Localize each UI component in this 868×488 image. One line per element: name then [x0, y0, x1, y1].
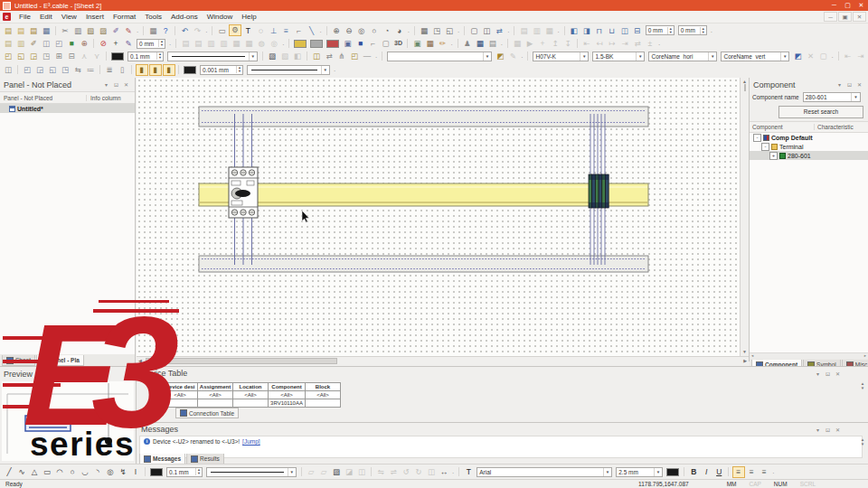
- balloon-a-icon[interactable]: ◰: [22, 64, 33, 75]
- text-color-swatch[interactable]: [666, 468, 679, 476]
- column-header[interactable]: Location: [233, 382, 269, 391]
- align-center-v-icon[interactable]: ⊟: [631, 25, 643, 36]
- column-header[interactable]: Device desi: [163, 382, 198, 391]
- mdi-close-button[interactable]: ✕: [853, 12, 866, 22]
- format-painter-icon[interactable]: ✐: [110, 25, 122, 36]
- pen-icon[interactable]: ✎: [123, 38, 135, 49]
- frame-1-icon[interactable]: ▤: [180, 38, 192, 49]
- zoom-selection-icon[interactable]: ◕: [393, 25, 405, 36]
- balloon-c-icon[interactable]: ◱: [47, 64, 59, 75]
- rotate-ccw-icon[interactable]: ↺: [401, 466, 412, 477]
- pin-place3-icon[interactable]: ◲: [28, 51, 40, 61]
- text-tool-icon[interactable]: T: [242, 25, 254, 36]
- chevron-down-icon[interactable]: ▼: [249, 52, 257, 61]
- tree-item-comp-default[interactable]: -Comp Default: [750, 133, 868, 142]
- pin-names-icon[interactable]: ⊟: [66, 51, 78, 61]
- fill-icon[interactable]: ◧: [292, 51, 304, 61]
- forbid-icon[interactable]: ⊘: [98, 38, 109, 49]
- red-layer-swatch[interactable]: [326, 40, 339, 48]
- paste-special-icon[interactable]: ▨: [98, 25, 109, 36]
- scroll-down-icon[interactable]: ▼: [861, 442, 864, 446]
- place-group-icon[interactable]: ◰: [53, 38, 65, 49]
- frame-3-icon[interactable]: ▥: [205, 38, 217, 49]
- bottom-wire-duct[interactable]: [199, 256, 648, 272]
- close-button[interactable]: ✕: [854, 2, 868, 9]
- dock-close-button[interactable]: ✕: [121, 81, 131, 88]
- copy-icon[interactable]: ▥: [72, 25, 84, 36]
- spinner-buttons[interactable]: ▲▼: [156, 52, 163, 60]
- scroll-right-icon[interactable]: ▶: [741, 358, 749, 363]
- scroll-left-icon[interactable]: ◂: [751, 353, 753, 359]
- split-window-icon[interactable]: ◫: [481, 25, 493, 36]
- jump-prev-icon[interactable]: ↤: [593, 38, 605, 49]
- junction-icon[interactable]: ⋔: [336, 51, 348, 61]
- draw-polygon-icon[interactable]: △: [29, 466, 41, 477]
- layer-list-icon[interactable]: ▥: [531, 25, 542, 36]
- text-align-left-icon[interactable]: ≡: [732, 466, 745, 478]
- signal-edit-icon[interactable]: ✎: [507, 51, 519, 61]
- table-edit-icon[interactable]: ▦: [424, 38, 436, 49]
- align-bottom-icon[interactable]: ⊔: [606, 25, 618, 36]
- balloon-b-icon[interactable]: ◲: [34, 64, 46, 75]
- parallel-lines-icon[interactable]: ≡: [280, 25, 292, 36]
- yellow-layer-swatch[interactable]: [294, 40, 307, 48]
- green-block-icon[interactable]: ■: [66, 38, 78, 49]
- prev-sheet-icon[interactable]: ⇤: [842, 51, 854, 61]
- spinner-buttons[interactable]: ▲▼: [158, 40, 165, 47]
- column-header[interactable]: Assignment: [198, 382, 233, 391]
- diagonal-line-icon[interactable]: ╲: [306, 25, 317, 36]
- draw-color-swatch[interactable]: [150, 468, 163, 476]
- circle-ref2-icon[interactable]: ◎: [269, 38, 280, 49]
- chevron-down-icon[interactable]: ▼: [780, 52, 788, 61]
- ungroup-icon[interactable]: ▱: [318, 466, 330, 477]
- table-cell[interactable]: <All>: [233, 391, 269, 399]
- dock-menu-button[interactable]: ▾: [835, 81, 844, 88]
- scroll-down-icon[interactable]: ▼: [861, 386, 864, 390]
- rail-style-combo[interactable]: ▼: [247, 65, 330, 75]
- node-icon[interactable]: ◌: [255, 25, 267, 36]
- font-family-combo[interactable]: Arial▼: [476, 467, 612, 477]
- window-view-icon[interactable]: ▢: [380, 38, 392, 49]
- tab-panel-pla[interactable]: Panel - Pla: [36, 355, 84, 366]
- frame-select-icon[interactable]: ▦: [543, 25, 555, 36]
- draw-circle-icon[interactable]: ○: [67, 466, 79, 477]
- spinner-buttons[interactable]: ▲▼: [195, 468, 202, 475]
- column-info[interactable]: Info column: [87, 95, 135, 101]
- draw-rect-icon[interactable]: ▭: [42, 466, 53, 477]
- compare-panels-icon[interactable]: ◫: [3, 64, 14, 75]
- pin-numbers-icon[interactable]: ⊞: [53, 51, 65, 61]
- dock-menu-button[interactable]: ▾: [101, 81, 111, 88]
- balloon-d-icon[interactable]: ◳: [60, 64, 71, 75]
- help-icon[interactable]: ?: [160, 25, 172, 36]
- insert-subsheet-icon[interactable]: ▥: [15, 38, 27, 49]
- redline-icon[interactable]: ✎: [123, 25, 135, 36]
- slot-icon[interactable]: ⌐: [367, 38, 379, 49]
- renumber-icon[interactable]: ≔: [85, 64, 97, 75]
- menu-tools[interactable]: Tools: [140, 13, 166, 21]
- column-header[interactable]: Block: [306, 382, 341, 391]
- redo-icon[interactable]: ↷: [192, 25, 203, 36]
- sheet-list-icon[interactable]: ▤: [518, 25, 530, 36]
- draw-polyline-icon[interactable]: ∿: [16, 466, 28, 477]
- origin-icon[interactable]: ⊕: [79, 38, 90, 49]
- table-cell[interactable]: <All>: [306, 391, 341, 399]
- align-center-h-icon[interactable]: ◫: [618, 25, 630, 36]
- dock-pin-button[interactable]: ⊡: [111, 81, 121, 88]
- jump-first-icon[interactable]: ⇤: [580, 38, 592, 49]
- level-icon[interactable]: ≣: [104, 64, 116, 75]
- table-cell[interactable]: <All>: [198, 391, 233, 399]
- offset-y-spinner[interactable]: 0 mm▲▼: [678, 25, 707, 35]
- sync-icon[interactable]: ⇄: [631, 38, 643, 49]
- align-right-icon[interactable]: ◨: [580, 25, 592, 36]
- dock-pin-button[interactable]: ⊡: [823, 371, 833, 377]
- autoconnect-icon[interactable]: ◫: [311, 51, 323, 61]
- gear-icon[interactable]: ⚙: [229, 24, 241, 36]
- draw-arc2-icon[interactable]: ◡: [80, 466, 91, 477]
- menu-add-ons[interactable]: Add-ons: [166, 13, 203, 21]
- link-windows-icon[interactable]: ⇄: [494, 25, 505, 36]
- align-top-icon[interactable]: ⊓: [593, 25, 605, 36]
- zoom-previous-icon[interactable]: ◔: [381, 25, 392, 36]
- move-up-icon[interactable]: ↥: [549, 38, 561, 49]
- pin-place2-icon[interactable]: ◱: [15, 51, 27, 61]
- row-selector[interactable]: [150, 382, 163, 391]
